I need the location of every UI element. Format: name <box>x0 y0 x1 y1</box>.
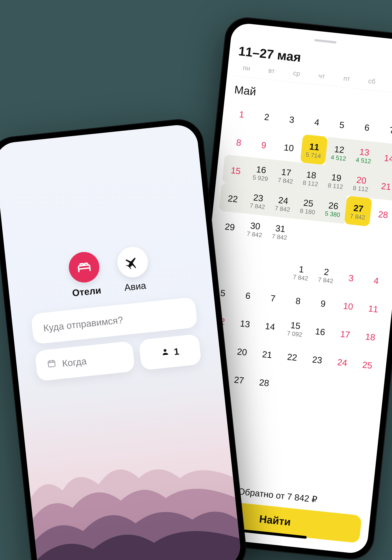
calendar-day[interactable]: 21 <box>253 338 281 369</box>
calendar-day[interactable]: 20 <box>228 336 256 366</box>
calendar-day[interactable]: 188 112 <box>297 162 325 193</box>
calendar-day[interactable]: 18 <box>356 321 384 352</box>
calendar-day[interactable]: 5 <box>328 109 356 139</box>
calendar-day[interactable]: 265 380 <box>319 193 347 224</box>
day-price: 8 112 <box>302 180 318 187</box>
passengers-count: 1 <box>173 346 180 357</box>
day-price: 7 842 <box>278 177 293 185</box>
person-icon <box>161 347 170 358</box>
calendar-day[interactable]: 29 <box>216 211 244 241</box>
day-number: 27 <box>234 375 245 385</box>
calendar-day[interactable]: 17 <box>331 318 359 349</box>
dates-input[interactable]: Когда <box>35 341 135 381</box>
calendar-day[interactable]: 15 <box>222 154 250 185</box>
calendar-day[interactable]: 134 512 <box>350 139 378 170</box>
calendar-day[interactable]: 24 <box>328 346 356 377</box>
calendar-day[interactable]: 124 512 <box>325 137 353 168</box>
calendar-day[interactable]: 17 842 <box>287 257 315 287</box>
calendar-day[interactable]: 165 929 <box>247 157 275 188</box>
calendar-day[interactable]: 8 <box>284 285 312 315</box>
day-number: 9 <box>320 299 326 308</box>
calendar-day[interactable]: 115 714 <box>300 134 328 165</box>
day-number: 17 <box>281 167 292 177</box>
day-number: 27 <box>353 203 364 213</box>
drag-handle-icon[interactable] <box>314 39 336 44</box>
day-number: 16 <box>315 327 326 337</box>
day-number: 9 <box>261 141 267 150</box>
weekday-label: чт <box>309 71 335 81</box>
tab-avia[interactable]: Авиа <box>116 245 151 294</box>
day-number: 5 <box>220 288 226 298</box>
day-price: 7 842 <box>318 277 334 284</box>
day-price: 7 842 <box>250 203 265 210</box>
calendar-day[interactable]: 3 <box>278 103 306 134</box>
search-screen: Отели Авиа Куда отправимся? <box>0 123 242 560</box>
calendar-grid-june: 17 84227 84234567891011121314157 0921617… <box>200 249 390 408</box>
calendar-day[interactable]: 3 <box>337 262 365 293</box>
weekday-label: ср <box>284 68 309 78</box>
calendar-day[interactable]: 258 180 <box>294 190 322 221</box>
calendar-day[interactable]: 16 <box>306 315 334 346</box>
day-price: 7 842 <box>271 233 287 241</box>
calendar-day[interactable]: 27 <box>225 364 253 395</box>
day-number: 2 <box>324 267 329 277</box>
day-price: 7 842 <box>274 205 290 213</box>
calendar-day[interactable]: 277 842 <box>344 196 372 226</box>
calendar-day[interactable]: 4 <box>303 106 331 137</box>
calendar-day[interactable]: 14 <box>375 142 392 173</box>
weekday-label: пн <box>234 63 259 73</box>
calendar-day[interactable]: 22 <box>219 183 247 213</box>
day-number: 6 <box>364 123 370 132</box>
calendar-day[interactable]: 9 <box>250 129 278 160</box>
svg-point-1 <box>164 349 167 352</box>
calendar-day[interactable]: 6 <box>234 279 262 310</box>
day-number: 11 <box>368 304 379 314</box>
calendar-day[interactable]: 307 842 <box>241 213 269 244</box>
calendar-day[interactable]: 177 842 <box>272 160 300 190</box>
calendar-day[interactable]: 21 <box>372 170 392 201</box>
day-number: 3 <box>348 273 354 283</box>
day-number: 4 <box>373 276 379 286</box>
day-number: 14 <box>265 322 276 332</box>
day-price: 5 929 <box>252 174 268 182</box>
passengers-input[interactable]: 1 <box>139 334 202 370</box>
calendar-day[interactable]: 198 112 <box>322 165 350 196</box>
day-price: 8 180 <box>300 208 315 216</box>
calendar-day[interactable]: 25 <box>353 349 381 380</box>
day-number: 4 <box>314 118 320 127</box>
calendar-day[interactable]: 28 <box>250 366 278 397</box>
day-number: 23 <box>253 193 264 203</box>
calendar-day[interactable]: 2 <box>253 101 281 132</box>
calendar-day[interactable]: 247 842 <box>269 188 297 219</box>
day-number: 6 <box>245 291 251 301</box>
day-number: 31 <box>275 224 286 234</box>
calendar-day[interactable]: 237 842 <box>244 185 272 216</box>
calendar-day[interactable]: 208 112 <box>347 168 375 198</box>
day-number: 21 <box>381 182 391 192</box>
calendar-day[interactable]: 1 <box>228 98 256 129</box>
calendar-day[interactable]: 4 <box>362 264 390 295</box>
calendar-day[interactable]: 317 842 <box>266 216 294 247</box>
calendar-day[interactable]: 8 <box>225 126 253 157</box>
calendar-day[interactable]: 10 <box>334 290 362 321</box>
day-number: 19 <box>331 173 342 183</box>
calendar-day[interactable]: 6 <box>353 111 381 142</box>
calendar-day[interactable]: 9 <box>309 287 337 318</box>
calendar-day[interactable]: 11 <box>359 293 387 324</box>
calendar-day[interactable]: 27 842 <box>312 259 340 290</box>
calendar-day[interactable]: 13 <box>231 308 259 338</box>
calendar-day[interactable]: 28 <box>369 198 392 229</box>
tab-hotels[interactable]: Отели <box>67 251 102 299</box>
day-number: 23 <box>312 355 323 365</box>
day-price: 5 380 <box>325 210 340 218</box>
calendar-day[interactable]: 22 <box>278 341 306 372</box>
day-number: 28 <box>378 210 389 220</box>
category-tabs: Отели Авиа <box>25 241 194 303</box>
calendar-day[interactable]: 14 <box>256 310 284 341</box>
calendar-day[interactable]: 23 <box>303 344 331 375</box>
weekday-label: сб <box>359 76 385 86</box>
calendar-day[interactable]: 10 <box>275 132 303 162</box>
calendar-day[interactable]: 157 092 <box>281 313 309 344</box>
calendar-day[interactable]: 7 <box>259 282 287 313</box>
day-number: 8 <box>295 296 301 306</box>
